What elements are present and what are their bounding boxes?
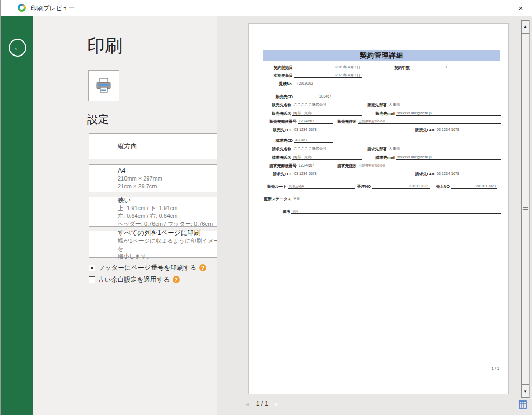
close-icon: × <box>519 4 523 12</box>
form-field-remarks: 備考 備考 <box>291 209 501 214</box>
scroll-up-button[interactable]: ▲ <box>521 20 529 33</box>
field-value: 03-1234-5678 <box>293 127 394 132</box>
maximize-button[interactable] <box>485 0 509 16</box>
field-value: 2019113023 <box>451 184 497 189</box>
field-value: A03467 <box>294 137 333 143</box>
title-bar: 印刷プレビュー × <box>1 0 532 16</box>
field-label: 契約開始日 <box>274 65 295 71</box>
page-title: 印刷 <box>87 34 122 58</box>
form-field-next-renewal: 次期更新日 2020年 4月 1日 <box>294 73 362 78</box>
help-icon[interactable]: ? <box>173 276 180 283</box>
legacy-margins-label: 古い余白設定を適用する <box>98 275 170 284</box>
form-field-bill-cd: 請求先CD A03467 <box>294 137 333 143</box>
field-label: 販売先mail <box>375 111 396 116</box>
field-label: 請求先名称 <box>272 147 293 152</box>
minimize-icon <box>470 8 475 8</box>
field-label: 契約年数 <box>394 65 411 71</box>
page-number-footer: 1 / 1 <box>491 366 499 371</box>
field-label: 請求先部署 <box>368 147 388 152</box>
sidebar: ← <box>1 16 33 415</box>
back-arrow-icon: ← <box>13 43 22 53</box>
form-field-sales-mail: 販売先mail xxxxxxx.abe@scsk.jp <box>396 110 501 116</box>
field-label: 販売先FAX <box>415 128 436 133</box>
field-value: 03-1234-5678 <box>436 127 490 132</box>
form-field-sales-name: 販売先名称 こここここ株式会社 <box>292 102 362 108</box>
form-field-contract-years: 契約年数 1 <box>411 65 466 71</box>
form-field-order-no: 受注NO 2019112823 <box>372 184 430 189</box>
scaling-desc-line2: 縮小します。 <box>118 253 226 260</box>
field-label: 販売先住所 <box>338 119 358 125</box>
field-value: こここここ株式会社 <box>292 102 362 107</box>
footer-page-number-checkbox[interactable]: × <box>89 265 95 271</box>
field-label: 販売先名称 <box>272 103 293 108</box>
scroll-down-button[interactable]: ▼ <box>521 385 529 398</box>
form-field-contract-start: 契約開始日 2019年 4月 1日 <box>294 65 362 71</box>
margins-value: 狭い <box>118 196 226 204</box>
form-field-sales-fax: 販売先FAX 03-1234-5678 <box>436 127 490 133</box>
field-label: 販売先CD <box>276 94 294 100</box>
field-label: 更新ステータス <box>264 197 292 202</box>
field-label: 販売ルート <box>267 184 288 189</box>
form-field-sales-cd: 販売先CD 103467 <box>294 94 333 100</box>
form-field-sales-route: 販売ルート 代理店経由 <box>288 184 355 189</box>
settings-panel: 印刷 設定 縦方向 ▼ A4 210mm × 297mm 21cm × 29.7… <box>33 16 217 415</box>
form-field-sales-zip: 販売先郵便番号 123-4567 <box>298 119 333 125</box>
footer-page-number-row: × フッターにページ番号を印刷する ? <box>89 264 206 272</box>
form-field-bill-mail: 請求先mail xxxxxxx.abe@scsk.jp <box>396 155 501 160</box>
orientation-dropdown[interactable]: 縦方向 ▼ <box>89 133 227 159</box>
field-value: 123-4567 <box>298 163 333 168</box>
field-label: 次期更新日 <box>274 73 295 78</box>
field-label: 売上NO <box>436 184 451 189</box>
minimize-button[interactable] <box>461 0 485 16</box>
field-label: 請求先郵便番号 <box>270 163 298 169</box>
field-label: 請求先CD <box>276 138 294 143</box>
form-field-bill-person: 請求先氏名 阿部 太郎 <box>292 155 362 160</box>
legacy-margins-checkbox[interactable] <box>89 276 95 283</box>
scaling-dropdown[interactable]: すべての列を1ページに印刷 幅が1ページに収まるように印刷イメージを 縮小します… <box>89 231 227 258</box>
field-label: 販売先部署 <box>368 103 388 108</box>
print-button[interactable] <box>88 70 119 101</box>
field-label: 請求先mail <box>375 155 396 160</box>
field-value: 03-1234-5678 <box>436 171 490 176</box>
field-value: 123-4567 <box>298 119 333 124</box>
form-field-sales-dept: 販売先部署 人事部 <box>388 102 501 108</box>
close-button[interactable]: × <box>509 0 532 16</box>
maximize-icon <box>495 6 499 10</box>
form-field-bill-tel: 請求先TEL 03-1234-5678 <box>293 171 394 177</box>
form-field-sales-tel: 販売先TEL 03-1234-5678 <box>293 127 394 133</box>
field-value: T2019002 <box>294 81 333 86</box>
field-value: xxxxxxx.abe@scsk.jp <box>396 110 501 116</box>
form-field-bill-addr: 請求先住所 山梨県甲府市0-0-0 <box>358 163 501 169</box>
show-margins-button[interactable] <box>517 399 528 410</box>
field-label: 請求先氏名 <box>272 155 293 160</box>
scrollbar-thumb[interactable] <box>521 33 529 385</box>
printer-icon <box>95 77 113 94</box>
margins-dropdown[interactable]: 狭い 上: 1.91cm / 下: 1.91cm 左: 0.64cm / 右: … <box>89 197 227 227</box>
page-navigation: ◀ 1 / 1 ▶ <box>245 399 279 408</box>
field-label: 販売先氏名 <box>272 111 293 116</box>
next-page-icon[interactable]: ▶ <box>275 401 279 407</box>
help-icon[interactable]: ? <box>199 264 206 271</box>
paper-size-dropdown[interactable]: A4 210mm × 297mm 21cm × 29.7cm ▼ <box>89 164 227 192</box>
field-value: 2020年 4月 1日 <box>294 73 362 78</box>
margins-left-right: 左: 0.64cm / 右: 0.64cm <box>118 212 226 220</box>
field-value: 1 <box>411 65 466 70</box>
scaling-value: すべての列を1ページに印刷 <box>118 229 226 237</box>
print-preview-window: 印刷プレビュー × ← 印刷 設定 <box>0 0 532 415</box>
field-label: 備考 <box>283 209 291 214</box>
paper-size-value: A4 <box>118 167 226 175</box>
vertical-scrollbar[interactable]: ▲ ▼ <box>521 20 530 398</box>
form-field-update-status: 更新ステータス 更新 <box>292 196 348 202</box>
field-value: xxxxxxx.abe@scsk.jp <box>396 155 501 160</box>
paper-size-cm: 21cm × 29.7cm <box>118 183 226 190</box>
field-value: 03-1234-5678 <box>293 171 394 176</box>
scroll-down-icon: ▼ <box>523 389 527 394</box>
previous-page-icon[interactable]: ◀ <box>245 401 249 407</box>
field-value: 山梨県甲府市0-0-0 <box>358 163 501 168</box>
field-value: 103467 <box>294 94 333 99</box>
form-field-bill-zip: 請求先郵便番号 123-4567 <box>298 163 333 169</box>
field-value: 人事部 <box>388 102 501 107</box>
back-button[interactable]: ← <box>9 39 26 57</box>
legacy-margins-row: 古い余白設定を適用する ? <box>89 275 180 284</box>
margins-header-footer: ヘッダー: 0.76cm / フッター: 0.76cm <box>118 220 226 228</box>
